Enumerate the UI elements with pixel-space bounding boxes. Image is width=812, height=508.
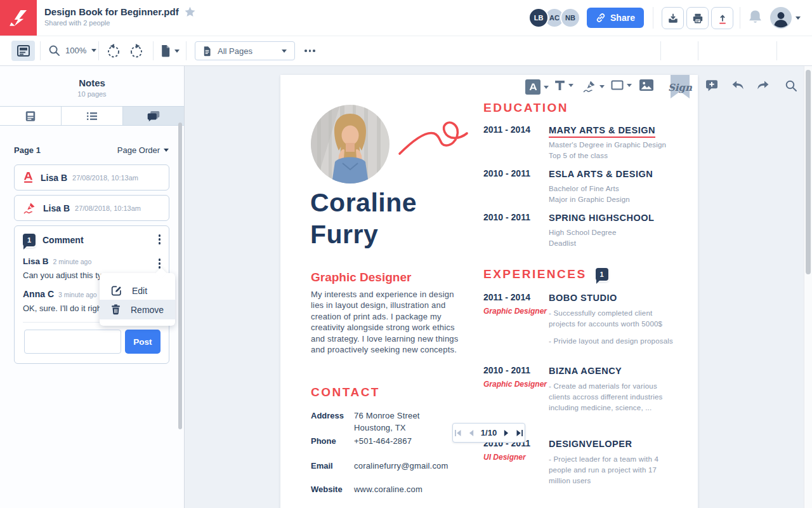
document-title-block: Design Book for Beginner.pdf Shared with… <box>44 6 195 27</box>
experience-bullet: - Create ad materials for various client… <box>549 381 676 413</box>
rotate-right-button[interactable] <box>129 43 144 58</box>
print-button[interactable] <box>686 7 709 29</box>
sign-label: Sign <box>668 82 692 93</box>
page-position: 1/10 <box>481 428 497 438</box>
page-order-label: Page Order <box>117 145 160 155</box>
comment-time: 3 minute ago <box>58 291 97 298</box>
text-tool[interactable] <box>554 79 573 91</box>
page-header-row: Page 1 Page Order <box>14 145 169 155</box>
list-icon <box>86 112 98 121</box>
page-tools-button[interactable] <box>160 44 180 57</box>
account-menu[interactable] <box>770 7 801 29</box>
upload-button[interactable] <box>711 7 733 29</box>
divider <box>660 41 661 60</box>
comment-context-menu: Edit Remove <box>100 273 175 326</box>
pen-icon <box>582 79 596 93</box>
page-navigator: 1/10 <box>452 423 525 443</box>
add-comment-tool[interactable] <box>705 79 718 92</box>
text-t-icon <box>554 79 565 91</box>
tab-outline[interactable] <box>61 107 122 125</box>
link-icon <box>596 13 606 23</box>
divider <box>776 41 777 60</box>
insert-image-tool[interactable] <box>639 79 653 91</box>
education-entry: 2010 - 2011 ESLA ARTS & DESIGN Bachelor … <box>483 168 680 205</box>
redo-button[interactable] <box>755 79 770 92</box>
previous-page-button[interactable] <box>468 429 475 437</box>
menu-item-remove[interactable]: Remove <box>100 300 175 319</box>
rectangle-icon <box>611 79 624 91</box>
experience-company: DESIGNVELOPER <box>549 439 632 449</box>
comment-menu-button[interactable] <box>159 258 161 269</box>
sidebar-title: Notes <box>0 77 184 88</box>
document-scrollbar-track[interactable] <box>804 66 812 508</box>
comment-count-badge[interactable]: 1 <box>596 268 608 281</box>
sidebar-tabs <box>0 106 184 126</box>
avatar-lb[interactable]: LB <box>528 8 549 28</box>
page-range-select[interactable]: All Pages <box>195 41 295 60</box>
chevron-down-icon <box>91 49 96 52</box>
education-school: ESLA ARTS & DESIGN <box>549 169 653 179</box>
education-detail: High School Degree <box>549 227 676 238</box>
lumin-logo-icon <box>6 5 31 30</box>
avatar-nb[interactable]: NB <box>560 8 580 28</box>
rotate-left-button[interactable] <box>106 43 121 58</box>
contact-value: +501-464-2867 <box>354 436 412 448</box>
first-page-button[interactable] <box>454 429 462 437</box>
education-dates: 2010 - 2011 <box>483 212 549 249</box>
redo-arrow-icon <box>755 79 770 92</box>
menu-item-edit[interactable]: Edit <box>100 281 175 300</box>
tab-comments[interactable] <box>122 107 184 125</box>
draw-pen-tool[interactable] <box>582 79 605 93</box>
post-button[interactable]: Post <box>125 330 160 354</box>
next-page-button[interactable] <box>502 429 510 437</box>
share-button[interactable]: Share <box>587 8 644 28</box>
download-button[interactable] <box>662 7 684 29</box>
document-viewport: Coraline Furry Graphic Designer My inter… <box>185 66 812 508</box>
experience-entry: 2010 - 2011 Graphic Designer BIZNA AGENC… <box>483 365 680 420</box>
pdf-page: Coraline Furry Graphic Designer My inter… <box>280 75 698 508</box>
chevron-down-icon <box>568 84 573 87</box>
tab-thumbnails[interactable] <box>0 107 61 125</box>
experience-dates: 2010 - 2011 <box>483 365 530 375</box>
sign-tool[interactable]: Sign <box>668 82 692 93</box>
shape-tool[interactable] <box>611 79 632 91</box>
sidebar-scrollbar[interactable] <box>178 123 182 429</box>
contact-heading: CONTACT <box>311 385 380 399</box>
contact-label: Address <box>311 410 354 434</box>
comments-icon <box>147 110 160 122</box>
search-button[interactable] <box>785 79 797 92</box>
highlight-text-tool[interactable] <box>525 79 549 95</box>
chevron-down-icon <box>282 50 287 53</box>
more-options-button[interactable] <box>304 50 315 52</box>
red-scribble-annotation[interactable] <box>397 114 471 159</box>
sidebar-page-count: 10 pages <box>0 90 184 98</box>
annotation-card-text[interactable]: Lisa B 27/08/2018, 10:13am <box>14 164 169 190</box>
last-page-button[interactable] <box>516 429 523 437</box>
contact-row: Email coralinefurry@gmail.com <box>311 460 476 472</box>
page-order-dropdown[interactable]: Page Order <box>117 145 169 155</box>
experience-company: BIZNA AGENCY <box>549 366 622 376</box>
experience-left: 2010 - 2011 UI Designer <box>483 438 549 493</box>
app-logo[interactable] <box>0 0 37 36</box>
experiences-heading-row: EXPERIENCES 1 <box>483 267 608 281</box>
divider <box>653 7 653 29</box>
experience-role: Graphic Designer <box>483 307 549 316</box>
card-menu-button[interactable] <box>159 234 161 244</box>
education-entry: 2010 - 2011 SPRING HIGHSCHOOL High Schoo… <box>483 212 680 249</box>
text-highlight-annotation-icon <box>23 171 34 184</box>
star-icon[interactable] <box>185 6 195 17</box>
sidebar-toggle-button[interactable] <box>11 41 35 61</box>
education-detail: Deadlist <box>549 238 676 249</box>
undo-button[interactable] <box>731 79 746 92</box>
notifications-bell-icon[interactable] <box>747 9 763 25</box>
annotation-author: Lisa B <box>41 173 67 183</box>
header: Design Book for Beginner.pdf Shared with… <box>0 0 812 36</box>
annotation-card-drawing[interactable]: Lisa B 27/08/2018, 10:13am <box>14 195 169 221</box>
image-icon <box>639 79 653 91</box>
zoom-control[interactable]: 100% <box>48 44 96 57</box>
name-line-2: Furry <box>310 218 417 250</box>
annotation-timestamp: 27/08/2018, 10:13am <box>75 204 141 212</box>
document-scrollbar-thumb[interactable] <box>806 70 811 274</box>
comment-input[interactable] <box>24 330 121 354</box>
comment-card-title: Comment <box>43 235 84 245</box>
